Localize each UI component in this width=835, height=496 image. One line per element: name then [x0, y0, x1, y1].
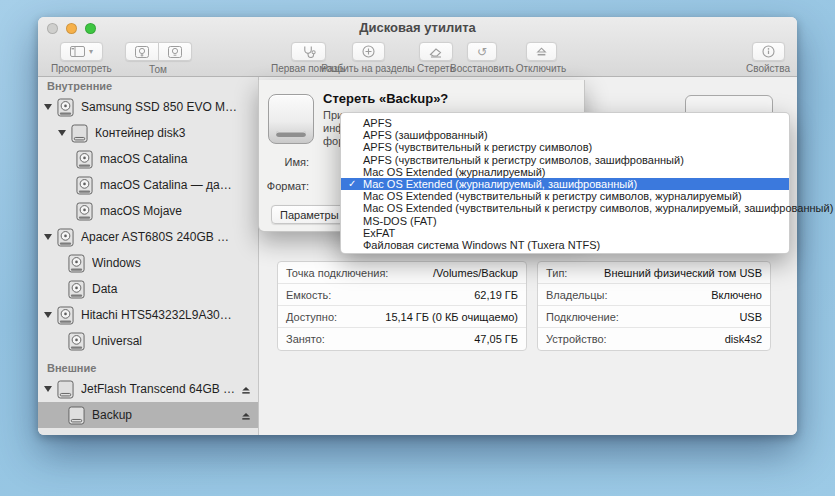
add-volume-button[interactable]	[125, 42, 159, 61]
eject-icon[interactable]	[241, 384, 251, 398]
unmount-label: Отключить	[506, 63, 576, 74]
format-menu-item[interactable]: APFS (чувствительный к регистру символов…	[341, 141, 789, 153]
format-menu-item[interactable]: Mac OS Extended (журналируемый)	[341, 166, 789, 178]
sidebar-item-windows[interactable]: Windows	[38, 250, 258, 276]
disk-drive-icon	[57, 98, 74, 117]
partition-button[interactable]	[352, 42, 385, 61]
format-menu-item-label: Mac OS Extended (журналируемый)	[363, 166, 545, 178]
info-button[interactable]	[752, 42, 785, 61]
volume-info-table-right: Тип:Внешний физический том USBВладельцы:…	[537, 261, 771, 351]
sidebar-item-hitachi-hts543232l9a300-media[interactable]: Hitachi HTS543232L9A300 Media	[38, 302, 258, 328]
disclosure-triangle-icon[interactable]	[44, 104, 52, 110]
info-label: Владельцы:	[546, 289, 607, 301]
sidebar-item-apacer-ast680s-240gb-media[interactable]: Apacer AST680S 240GB Media	[38, 224, 258, 250]
format-menu-item[interactable]: ExFAT	[341, 227, 789, 239]
format-menu-item-label: APFS (зашифрованный)	[363, 129, 488, 141]
format-menu-item-label: APFS	[363, 117, 392, 129]
restore-arrow-icon: ↺	[477, 46, 487, 58]
info-row: Тип:Внешний физический том USB	[538, 262, 770, 284]
eject-icon[interactable]	[241, 410, 251, 424]
format-menu-item[interactable]: APFS (зашифрованный)	[341, 129, 789, 141]
remove-volume-button[interactable]	[159, 42, 192, 61]
info-row: Владельцы:Включено	[538, 284, 770, 306]
sidebar-item-macos-mojave[interactable]: macOS Mojave	[38, 198, 258, 224]
dialog-title: Стереть «Backup»?	[323, 91, 448, 106]
format-menu-item[interactable]: APFS	[341, 117, 789, 129]
info-row: Подключение:USB	[538, 306, 770, 328]
view-button[interactable]: ▾	[60, 42, 103, 61]
sidebar-item-label: JetFlash Transcend 64GB Media	[81, 382, 258, 396]
storage-box-icon	[71, 124, 88, 143]
disk-drive-icon	[57, 306, 74, 325]
format-menu-item-label: ExFAT	[363, 227, 395, 239]
sidebar-item-macos-catalina[interactable]: macOS Catalina	[38, 146, 258, 172]
sidebar-item-samsung-ssd-850-evo-m-2-250gb-m-[interactable]: Samsung SSD 850 EVO M.2 250GB M...	[38, 94, 258, 120]
disclosure-triangle-icon[interactable]	[44, 234, 52, 240]
format-menu-item[interactable]: ✓Mac OS Extended (журналируемый, зашифро…	[341, 178, 789, 190]
sidebar-item-контейнер-disk3[interactable]: Контейнер disk3	[38, 120, 258, 146]
format-field-label: Формат:	[259, 180, 309, 192]
sidebar-item-label: Data	[92, 282, 137, 296]
sidebar-item-backup[interactable]: Backup	[38, 402, 258, 428]
storage-box-icon	[68, 406, 85, 425]
sidebar-item-macos-catalina-данные[interactable]: macOS Catalina — данные	[38, 172, 258, 198]
disclosure-triangle-icon[interactable]	[44, 386, 52, 392]
format-dropdown-menu: APFSAPFS (зашифрованный)APFS (чувствител…	[340, 112, 790, 254]
disk-drive-icon	[76, 150, 93, 169]
info-label: Свойства	[738, 63, 798, 74]
disclosure-triangle-icon[interactable]	[58, 130, 66, 136]
storage-box-icon	[57, 380, 74, 399]
format-menu-item-label: Файловая система Windows NT (Tuxera NTFS…	[363, 239, 600, 251]
sidebar-item-data[interactable]: Data	[38, 276, 258, 302]
sidebar-item-label: Windows	[92, 256, 161, 270]
info-label: Емкость:	[286, 289, 331, 301]
sidebar-item-jetflash-transcend-64gb-media[interactable]: JetFlash Transcend 64GB Media	[38, 376, 258, 402]
titlebar[interactable]: Дисковая утилита	[38, 17, 797, 39]
sidebar-item-universal[interactable]: Universal	[38, 328, 258, 354]
zoom-button[interactable]	[85, 23, 96, 34]
format-menu-item-label: APFS (чувствительный к регистру символов…	[363, 141, 592, 153]
name-field-label: Имя:	[259, 156, 309, 168]
sidebar-item-label: Samsung SSD 850 EVO M.2 250GB M...	[81, 100, 258, 114]
sidebar-item-label: Apacer AST680S 240GB Media	[81, 230, 258, 244]
format-menu-item[interactable]: Mac OS Extended (чувствительный к регист…	[341, 202, 789, 214]
minimize-button[interactable]	[66, 23, 77, 34]
format-menu-item[interactable]: Mac OS Extended (чувствительный к регист…	[341, 190, 789, 202]
format-menu-item-label: Mac OS Extended (чувствительный к регист…	[363, 202, 833, 214]
info-value: 47,05 ГБ	[474, 333, 518, 345]
disk-drive-icon	[68, 280, 85, 299]
disclosure-triangle-icon[interactable]	[44, 312, 52, 318]
restore-button[interactable]: ↺	[467, 42, 497, 61]
close-button[interactable]	[47, 23, 58, 34]
eject-icon	[536, 46, 547, 57]
info-value: 15,14 ГБ (0 КБ очищаемо)	[385, 311, 518, 323]
info-row: Доступно:15,14 ГБ (0 КБ очищаемо)	[278, 306, 526, 328]
disk-utility-window: Дисковая утилита ▾ Просмотреть	[38, 17, 797, 435]
chevron-down-icon: ▾	[89, 47, 93, 56]
sidebar-section-header: Внешние	[38, 360, 258, 376]
info-label: Устройство:	[546, 333, 607, 345]
info-label: Подключение:	[546, 311, 619, 323]
info-row: Емкость:62,19 ГБ	[278, 284, 526, 306]
disk-drive-icon	[76, 176, 93, 195]
info-value: 62,19 ГБ	[474, 289, 518, 301]
sidebar-item-label: Universal	[92, 334, 162, 348]
unmount-button[interactable]	[526, 42, 557, 61]
sidebar-item-label: macOS Catalina — данные	[100, 178, 258, 192]
format-menu-item[interactable]: Файловая система Windows NT (Tuxera NTFS…	[341, 239, 789, 251]
info-value: /Volumes/Backup	[433, 267, 518, 279]
format-menu-item-label: Mac OS Extended (журналируемый, зашифров…	[363, 178, 637, 190]
toolbar: ▾ Просмотреть Том Пе	[38, 39, 797, 77]
volume-info-table-left: Точка подключения:/Volumes/BackupЕмкость…	[277, 261, 527, 351]
traffic-lights	[47, 23, 96, 34]
disk-drive-icon	[76, 202, 93, 221]
sidebar-section-header: Внутренние	[38, 78, 258, 94]
format-menu-item[interactable]: MS-DOS (FAT)	[341, 215, 789, 227]
sidebar-item-label: Backup	[92, 408, 152, 422]
window-title: Дисковая утилита	[38, 17, 797, 39]
format-menu-item[interactable]: APFS (чувствительный к регистру символов…	[341, 154, 789, 166]
info-label: Занято:	[286, 333, 325, 345]
sidebar-item-label: Hitachi HTS543232L9A300 Media	[81, 308, 258, 322]
sidebar-item-label: Контейнер disk3	[95, 126, 205, 140]
disk-drive-icon	[68, 332, 85, 351]
